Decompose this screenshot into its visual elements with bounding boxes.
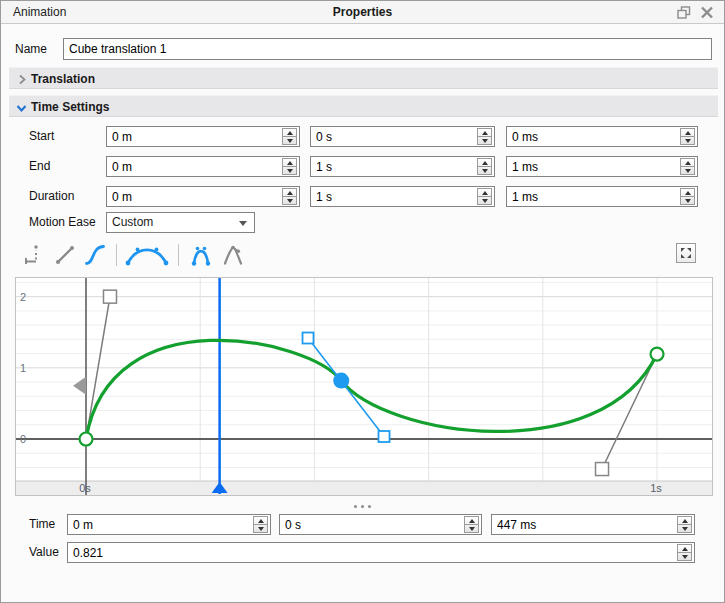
end-millis-input[interactable]	[507, 157, 676, 176]
end-label: End	[29, 156, 50, 177]
spin-buttons[interactable]	[282, 158, 297, 175]
start-minutes-spinbox[interactable]	[106, 126, 300, 147]
end-seconds-spinbox[interactable]	[310, 156, 495, 177]
splitter-handle[interactable]	[1, 502, 724, 510]
spin-buttons[interactable]	[677, 516, 692, 533]
curve-editor[interactable]: 0120s1s	[15, 277, 713, 496]
start-label: Start	[29, 126, 54, 147]
start-minutes-input[interactable]	[107, 127, 278, 146]
arch-wide-curve-icon[interactable]	[125, 243, 169, 267]
svg-text:0: 0	[20, 433, 26, 445]
end-millis-spinbox[interactable]	[506, 156, 698, 177]
svg-text:2: 2	[20, 291, 26, 303]
start-seconds-spinbox[interactable]	[310, 126, 495, 147]
duration-seconds-input[interactable]	[311, 187, 473, 206]
time-millis-spinbox[interactable]	[491, 514, 695, 535]
cusp-curve-icon[interactable]	[221, 243, 247, 267]
motion-ease-value: Custom	[112, 215, 153, 229]
spin-buttons[interactable]	[680, 188, 695, 205]
motion-ease-label: Motion Ease	[29, 212, 96, 233]
linear-curve-icon[interactable]	[53, 243, 77, 267]
svg-text:0s: 0s	[79, 482, 91, 494]
toolbar-separator	[178, 244, 179, 266]
time-label: Time	[29, 514, 55, 535]
arch-narrow-curve-icon[interactable]	[187, 243, 215, 267]
spin-buttons[interactable]	[477, 158, 492, 175]
spin-buttons[interactable]	[477, 128, 492, 145]
end-minutes-input[interactable]	[107, 157, 278, 176]
name-field[interactable]	[63, 38, 712, 60]
section-translation[interactable]: Translation	[9, 67, 718, 89]
spin-buttons[interactable]	[253, 516, 268, 533]
spin-buttons[interactable]	[464, 516, 479, 533]
start-seconds-input[interactable]	[311, 127, 473, 146]
end-seconds-input[interactable]	[311, 157, 473, 176]
spin-buttons[interactable]	[680, 158, 695, 175]
section-translation-label: Translation	[31, 72, 95, 86]
value-input[interactable]	[68, 543, 673, 562]
toolbar-separator	[116, 244, 117, 266]
duration-millis-input[interactable]	[507, 187, 676, 206]
close-icon[interactable]	[700, 6, 714, 19]
svg-text:1: 1	[20, 362, 26, 374]
start-millis-input[interactable]	[507, 127, 676, 146]
time-minutes-input[interactable]	[68, 515, 249, 534]
value-spinbox[interactable]	[67, 542, 695, 563]
spin-buttons[interactable]	[477, 188, 492, 205]
svg-text:1s: 1s	[650, 482, 662, 494]
duration-minutes-input[interactable]	[107, 187, 278, 206]
fit-view-button[interactable]	[676, 243, 696, 263]
time-millis-input[interactable]	[492, 515, 673, 534]
float-window-icon[interactable]	[677, 6, 691, 19]
panel-title: Properties	[1, 1, 724, 24]
name-input[interactable]	[64, 39, 711, 59]
section-time-settings[interactable]: Time Settings	[9, 95, 718, 117]
animation-properties-panel: Animation Properties Name Translation Ti…	[0, 0, 725, 603]
end-minutes-spinbox[interactable]	[106, 156, 300, 177]
ease-curve-icon[interactable]	[83, 243, 107, 267]
titlebar: Animation Properties	[1, 1, 724, 24]
spin-buttons[interactable]	[677, 544, 692, 561]
spin-buttons[interactable]	[282, 128, 297, 145]
spin-buttons[interactable]	[282, 188, 297, 205]
combo-arrow-icon	[239, 221, 247, 226]
time-seconds-input[interactable]	[280, 515, 460, 534]
duration-seconds-spinbox[interactable]	[310, 186, 495, 207]
motion-ease-combobox[interactable]: Custom	[106, 212, 255, 233]
curve-canvas[interactable]: 0120s1s	[16, 278, 712, 495]
duration-label: Duration	[29, 186, 74, 207]
spin-buttons[interactable]	[680, 128, 695, 145]
chevron-down-icon	[16, 104, 27, 115]
step-curve-icon[interactable]	[23, 243, 47, 267]
curve-type-toolbar	[23, 241, 253, 268]
chevron-right-icon	[18, 74, 26, 85]
section-time-settings-label: Time Settings	[31, 100, 109, 114]
fit-view-icon	[679, 246, 693, 260]
start-millis-spinbox[interactable]	[506, 126, 698, 147]
name-label: Name	[15, 39, 47, 60]
duration-millis-spinbox[interactable]	[506, 186, 698, 207]
value-label: Value	[29, 542, 59, 563]
time-seconds-spinbox[interactable]	[279, 514, 482, 535]
duration-minutes-spinbox[interactable]	[106, 186, 300, 207]
time-minutes-spinbox[interactable]	[67, 514, 271, 535]
